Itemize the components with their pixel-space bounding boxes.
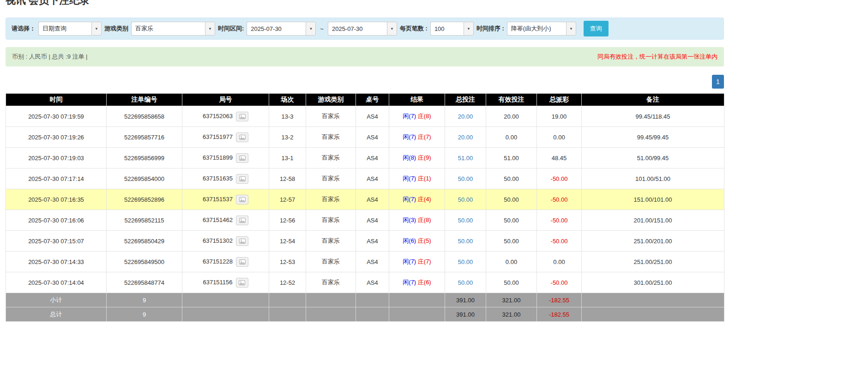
- cell-bet-id: 522695856999: [107, 148, 182, 168]
- pagination-page-1[interactable]: 1: [712, 75, 724, 89]
- total-bet-link[interactable]: 50.00: [458, 196, 473, 203]
- cell-table-no: AS4: [356, 127, 389, 148]
- table-header-row: 时间注单编号局号场次游戏类别桌号结果总投注有效投注总派彩备注: [6, 94, 724, 106]
- column-header-1: 注单编号: [107, 94, 182, 106]
- column-header-10: 备注: [582, 94, 724, 106]
- column-header-7: 总投注: [445, 94, 486, 106]
- cell-session: 12-54: [269, 231, 306, 252]
- time-sort-dropdown-arrow-icon[interactable]: ▼: [566, 22, 576, 36]
- total-bet-link[interactable]: 20.00: [458, 113, 473, 120]
- cell-table-no: AS4: [356, 272, 389, 293]
- date-to-dropdown-arrow-icon[interactable]: ▼: [387, 22, 397, 36]
- records-table: 时间注单编号局号场次游戏类别桌号结果总投注有效投注总派彩备注 2025-07-3…: [6, 93, 724, 322]
- per-page-dropdown-arrow-icon[interactable]: ▼: [464, 22, 474, 36]
- per-page-combo: ▼: [430, 22, 474, 36]
- date-from-input[interactable]: [247, 22, 306, 36]
- page-content: 视讯 会员下注纪录 请选择： ▼ 游戏类别 ▼ 时间区间: ▼ ~ ▼ 每页笔数…: [6, 0, 724, 322]
- game-category-dropdown-arrow-icon[interactable]: ▼: [205, 22, 215, 36]
- cell-result: 闲(7) 庄(8): [389, 106, 445, 127]
- query-type-input[interactable]: [38, 22, 91, 36]
- per-page-label: 每页笔数 :: [400, 24, 428, 33]
- cell-table-no: AS4: [356, 168, 389, 189]
- grand-total-row: 总计9391.00321.00-182.55: [6, 307, 724, 322]
- summary-bar: 币别 : 人民币 | 总共 :9 注单 | 同局有效投注，统一计算在该局第一张注…: [6, 47, 724, 66]
- round-replay-icon[interactable]: [236, 153, 248, 163]
- round-replay-icon[interactable]: [236, 257, 248, 267]
- time-sort-input[interactable]: [507, 22, 566, 36]
- currency-total-text: 币别 : 人民币 | 总共 :9 注单 |: [12, 53, 88, 61]
- game-category-input[interactable]: [131, 22, 205, 36]
- round-replay-icon[interactable]: [236, 278, 248, 288]
- total-bet-link[interactable]: 51.00: [458, 155, 473, 162]
- cell-table-no: AS4: [356, 189, 389, 210]
- round-replay-icon[interactable]: [236, 216, 248, 225]
- cell-remark: 101.00/51.00: [582, 168, 724, 189]
- cell-bet-id: 522695849500: [107, 252, 182, 272]
- cell-payout: -50.00: [537, 210, 582, 231]
- summary-label: 总计: [6, 307, 107, 322]
- cell-remark: 251.00/201.00: [582, 231, 724, 252]
- cell-payout: -50.00: [537, 272, 582, 293]
- total-bet-link[interactable]: 50.00: [458, 258, 473, 265]
- cell-round: 637151635: [182, 168, 269, 189]
- query-type-label: 请选择：: [12, 24, 36, 33]
- cell-result: 闲(8) 庄(9): [389, 148, 445, 168]
- query-button[interactable]: 查询: [584, 21, 609, 36]
- cell-bet-id: 522695858658: [107, 106, 182, 127]
- total-bet-link[interactable]: 50.00: [458, 217, 473, 224]
- cell-round: 637151462: [182, 210, 269, 231]
- cell-valid-bet: 0.00: [486, 252, 537, 272]
- page-title: 视讯 会员下注纪录: [6, 0, 724, 7]
- cell-result: 闲(7) 庄(4): [389, 189, 445, 210]
- round-replay-icon[interactable]: [236, 174, 248, 184]
- cell-result: 闲(7) 庄(1): [389, 168, 445, 189]
- cell-table-no: AS4: [356, 210, 389, 231]
- summary-total-bet: 391.00: [445, 307, 486, 322]
- cell-result: 闲(6) 庄(5): [389, 231, 445, 252]
- table-row: 2025-07-30 07:14:04522695848774637151156…: [6, 272, 724, 293]
- round-replay-icon[interactable]: [236, 112, 248, 121]
- cell-table-no: AS4: [356, 148, 389, 168]
- total-bet-link[interactable]: 20.00: [458, 134, 473, 141]
- table-row: 2025-07-30 07:14:33522695849500637151228…: [6, 252, 724, 272]
- cell-valid-bet: 50.00: [486, 168, 537, 189]
- table-body: 2025-07-30 07:19:59522695858658637152063…: [6, 106, 724, 322]
- summary-valid-bet: 321.00: [486, 293, 537, 307]
- game-category-combo: ▼: [131, 22, 215, 36]
- pagination: 1: [6, 75, 724, 89]
- cell-time: 2025-07-30 07:19:03: [6, 148, 107, 168]
- query-type-dropdown-arrow-icon[interactable]: ▼: [91, 22, 102, 36]
- cell-remark: 201.00/151.00: [582, 210, 724, 231]
- cell-time: 2025-07-30 07:19:59: [6, 106, 107, 127]
- cell-bet-id: 522695852115: [107, 210, 182, 231]
- result-banker: 庄(7): [418, 258, 431, 265]
- total-bet-link[interactable]: 50.00: [458, 175, 473, 182]
- table-row: 2025-07-30 07:16:06522695852115637151462…: [6, 210, 724, 231]
- cell-bet-id: 522695848774: [107, 272, 182, 293]
- per-page-input[interactable]: [430, 22, 464, 36]
- cell-game: 百家乐: [306, 272, 356, 293]
- cell-total-bet: 50.00: [445, 272, 486, 293]
- query-type-combo: ▼: [38, 22, 102, 36]
- round-replay-icon[interactable]: [236, 236, 248, 246]
- cell-time: 2025-07-30 07:19:26: [6, 127, 107, 148]
- total-bet-link[interactable]: 50.00: [458, 279, 473, 286]
- cell-bet-id: 522695850429: [107, 231, 182, 252]
- cell-round: 637152063: [182, 106, 269, 127]
- cell-bet-id: 522695854000: [107, 168, 182, 189]
- cell-table-no: AS4: [356, 106, 389, 127]
- table-row: 2025-07-30 07:17:14522695854000637151635…: [6, 168, 724, 189]
- cell-total-bet: 50.00: [445, 210, 486, 231]
- date-from-dropdown-arrow-icon[interactable]: ▼: [306, 22, 316, 36]
- round-replay-icon[interactable]: [236, 195, 248, 204]
- total-bet-link[interactable]: 50.00: [458, 238, 473, 245]
- cell-valid-bet: 51.00: [486, 148, 537, 168]
- round-replay-icon[interactable]: [236, 132, 248, 142]
- summary-total-bet: 391.00: [445, 293, 486, 307]
- time-sort-label: 时间排序 :: [476, 24, 504, 33]
- cell-result: 闲(7) 庄(7): [389, 252, 445, 272]
- cell-session: 12-57: [269, 189, 306, 210]
- cell-remark: 99.45/99.45: [582, 127, 724, 148]
- date-to-input[interactable]: [328, 22, 387, 36]
- result-player: 闲(7): [403, 196, 416, 203]
